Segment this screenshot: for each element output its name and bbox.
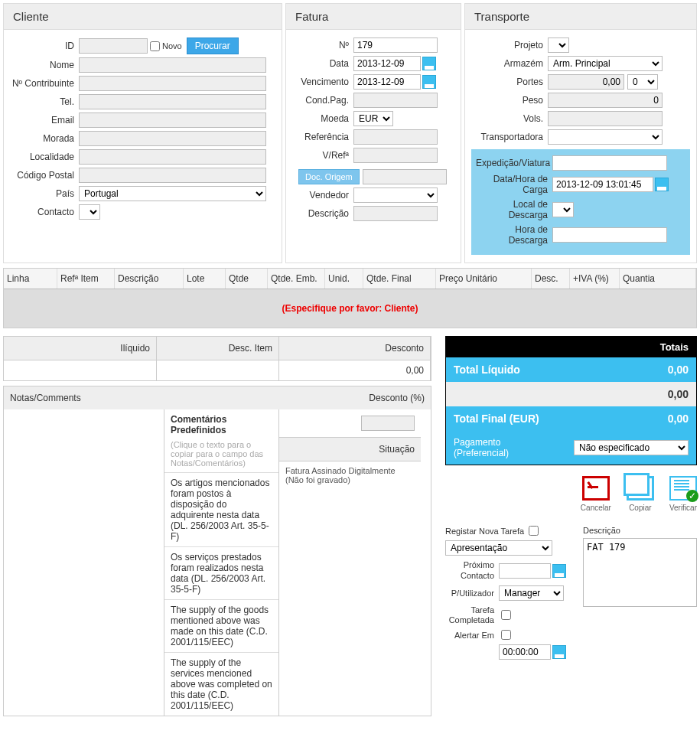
- portes-label: Portes: [471, 77, 548, 87]
- verify-icon: [669, 476, 697, 501]
- nome-input[interactable]: [79, 57, 266, 73]
- col-iva[interactable]: +IVA (%): [570, 269, 620, 289]
- notes-textarea-area[interactable]: [4, 409, 164, 716]
- novo-label: Novo: [162, 41, 182, 51]
- contribuinte-label: Nº Contribuinte: [10, 78, 79, 89]
- peso-input[interactable]: [548, 93, 663, 108]
- venc-input[interactable]: [353, 74, 421, 90]
- user-label: P/Utilizador: [445, 589, 499, 598]
- descitem-label: Desc. Item: [157, 337, 279, 360]
- descitem-value: [157, 360, 279, 380]
- tel-input[interactable]: [79, 94, 266, 109]
- localdesc-select[interactable]: [552, 202, 574, 217]
- copiar-button[interactable]: Copiar: [627, 476, 654, 512]
- total-liquido-value: 0,00: [668, 364, 689, 376]
- horadesc-input[interactable]: [552, 227, 667, 243]
- portes-select[interactable]: 0: [627, 74, 658, 90]
- items-grid: Linha Refª Item Descrição Lote Qtde Qtde…: [3, 268, 697, 328]
- procurar-button[interactable]: Procurar: [187, 38, 239, 54]
- localidade-input[interactable]: [79, 149, 266, 165]
- descpct-input[interactable]: [361, 416, 415, 431]
- col-unid[interactable]: Unid.: [325, 269, 363, 289]
- col-lote[interactable]: Lote: [184, 269, 226, 289]
- col-linha[interactable]: Linha: [4, 269, 57, 289]
- data-label: Data: [292, 58, 353, 69]
- num-input[interactable]: [353, 38, 438, 53]
- col-desc[interactable]: Desc.: [532, 269, 570, 289]
- fatura-descricao-input[interactable]: [353, 206, 438, 221]
- vols-label: Vols.: [471, 113, 548, 124]
- localdesc-label: Local de Descarga: [476, 199, 552, 221]
- predef-item[interactable]: The supply of the services mencioned abo…: [164, 652, 278, 716]
- task-descricao-label: Descrição: [583, 526, 697, 535]
- morada-input[interactable]: [79, 131, 266, 146]
- transportadora-select[interactable]: [548, 129, 663, 145]
- pagamento-select[interactable]: Não especificado: [574, 440, 689, 455]
- id-label: ID: [10, 41, 79, 51]
- nome-label: Nome: [10, 60, 79, 70]
- col-descricao[interactable]: Descrição: [115, 269, 184, 289]
- contribuinte-input[interactable]: [79, 76, 266, 91]
- col-preco[interactable]: Preço Unitário: [436, 269, 532, 289]
- registar-checkbox[interactable]: [529, 526, 539, 536]
- calendar-icon[interactable]: [552, 645, 566, 659]
- condpag-input[interactable]: [353, 93, 438, 108]
- col-qtdefinal[interactable]: Qtde. Final: [363, 269, 436, 289]
- completada-label: Tarefa Completada: [445, 605, 499, 625]
- vols-input[interactable]: [548, 111, 663, 126]
- vref-input[interactable]: [353, 148, 438, 163]
- calendar-icon[interactable]: [422, 57, 436, 70]
- email-input[interactable]: [79, 112, 266, 128]
- contacto-select[interactable]: [79, 204, 100, 220]
- proximo-input[interactable]: [499, 563, 551, 579]
- armazem-select[interactable]: Arm. Principal: [548, 56, 663, 71]
- calendar-icon[interactable]: [422, 75, 436, 89]
- predef-item[interactable]: Os serviços prestados foram realizados n…: [164, 546, 278, 599]
- col-refitem[interactable]: Refª Item: [57, 269, 115, 289]
- predefined-comments: Comentários Predefinidos (Clique o texto…: [164, 409, 279, 716]
- situacao-text: Fatura Assinado Digitalmente (Não foi gr…: [279, 461, 421, 489]
- moeda-select[interactable]: EUR: [353, 111, 393, 126]
- user-select[interactable]: Manager: [499, 585, 564, 601]
- peso-label: Peso: [471, 95, 548, 106]
- totals-box: Totais Total Líquido 0,00 0,00 Total Fin…: [445, 336, 697, 465]
- fatura-panel: Fatura Nº Data Vencimento: [285, 3, 461, 263]
- predef-item[interactable]: The supply of the goods mentioned above …: [164, 599, 278, 652]
- desconto-value: 0,00: [279, 360, 431, 380]
- desconto-label: Desconto: [279, 337, 431, 360]
- cancelar-button[interactable]: Cancelar: [581, 476, 611, 512]
- codpostal-input[interactable]: [79, 168, 266, 183]
- predef-item[interactable]: Os artigos mencionados foram postos à di…: [164, 472, 278, 546]
- id-input[interactable]: [79, 38, 148, 54]
- docorigem-button[interactable]: Doc. Origem: [298, 169, 360, 184]
- col-qtde[interactable]: Qtde: [226, 269, 268, 289]
- docorigem-input[interactable]: [363, 169, 447, 184]
- datahora-label: Data/Hora de Carga: [476, 174, 552, 196]
- expedicao-input[interactable]: [552, 155, 667, 171]
- contacto-label: Contacto: [10, 207, 79, 217]
- col-quantia[interactable]: Quantia: [620, 269, 696, 289]
- novo-checkbox[interactable]: [150, 41, 160, 51]
- data-input[interactable]: [353, 56, 421, 71]
- pais-select[interactable]: Portugal: [79, 186, 266, 201]
- calendar-icon[interactable]: [552, 564, 566, 578]
- task-descricao-textarea[interactable]: [583, 538, 697, 607]
- condpag-label: Cond.Pag.: [292, 95, 353, 106]
- datahora-input[interactable]: [552, 177, 653, 192]
- completada-checkbox[interactable]: [501, 610, 511, 620]
- portes-input[interactable]: [548, 74, 624, 90]
- email-label: Email: [10, 115, 79, 126]
- predef-hint: (Clique o texto para o copiar para o cam…: [164, 440, 278, 472]
- task-tipo-select[interactable]: Apresentação: [445, 540, 552, 556]
- alertar-time-input[interactable]: [499, 644, 551, 660]
- alertar-checkbox[interactable]: [501, 630, 511, 640]
- calendar-icon[interactable]: [655, 178, 669, 191]
- summary-grid: Ilíquido Desc. Item Desconto 0,00: [3, 336, 431, 381]
- pagamento-label: Pagamento (Preferencial): [454, 437, 538, 458]
- verificar-button[interactable]: Verificar: [669, 476, 697, 512]
- referencia-input[interactable]: [353, 129, 438, 145]
- cliente-panel: Cliente ID Novo Procurar Nome Nº Contrib…: [3, 3, 282, 263]
- vendedor-select[interactable]: [353, 188, 438, 203]
- projeto-select[interactable]: [548, 38, 569, 53]
- col-qtdeemb[interactable]: Qtde. Emb.: [268, 269, 325, 289]
